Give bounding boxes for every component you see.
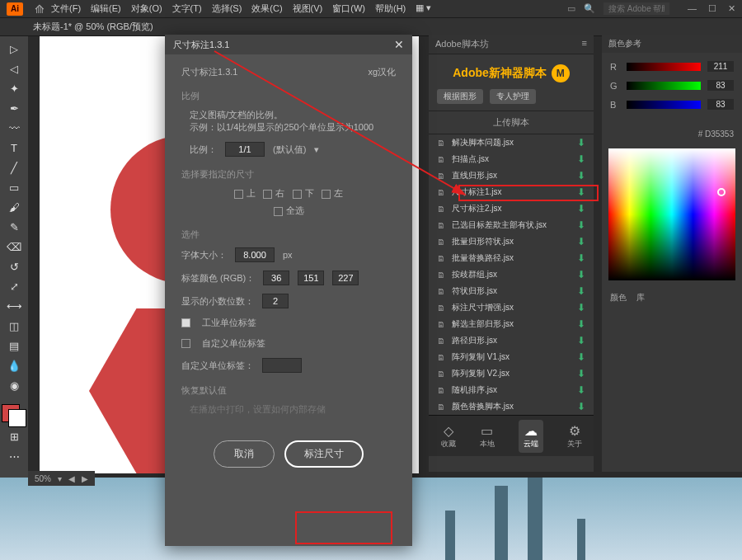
script-item[interactable]: 🗎符状归形.jsx⬇ bbox=[429, 283, 594, 299]
document-tab[interactable]: 未标题-1* @ 50% (RGB/预览) bbox=[33, 21, 153, 33]
panel-menu-icon[interactable]: ≡ bbox=[582, 38, 587, 48]
gradient-tool-icon[interactable]: ▤ bbox=[3, 336, 25, 355]
download-icon[interactable]: ⬇ bbox=[577, 137, 585, 148]
scripts-panel-header[interactable]: Adobe脚本坊 ≡ bbox=[429, 35, 594, 54]
menu-file[interactable]: 文件(F) bbox=[51, 2, 81, 15]
chk-industrial[interactable] bbox=[181, 318, 190, 327]
script-item[interactable]: 🗎直线归形.jsx⬇ bbox=[429, 167, 594, 184]
download-icon[interactable]: ⬇ bbox=[577, 384, 585, 396]
footer-btn-0[interactable]: ◇收藏 bbox=[441, 423, 456, 449]
artboard-nav-prev-icon[interactable]: ◀ bbox=[68, 474, 75, 483]
footer-btn-3[interactable]: ⚙关于 bbox=[567, 423, 582, 449]
download-icon[interactable]: ⬇ bbox=[577, 351, 585, 363]
footer-btn-1[interactable]: ▭本地 bbox=[480, 423, 495, 449]
script-item[interactable]: 🗎尺寸标注2.jsx⬇ bbox=[429, 200, 594, 217]
scale-tool-icon[interactable]: ⤢ bbox=[3, 277, 25, 295]
hex-value[interactable]: # D35353 bbox=[602, 126, 742, 142]
script-item[interactable]: 🗎按歧群组.jsx⬇ bbox=[429, 266, 594, 283]
edit-toolbar-icon[interactable]: ⋯ bbox=[3, 447, 25, 465]
pen-tool-icon[interactable]: ✒ bbox=[3, 99, 25, 117]
g-value[interactable]: 83 bbox=[707, 80, 734, 91]
script-item[interactable]: 🗎尺寸标注1.jsx⬇ bbox=[429, 184, 594, 200]
script-item[interactable]: 🗎已选目标差欺主部有状.jsx⬇ bbox=[429, 217, 594, 233]
script-item[interactable]: 🗎阵列复制 V2.jsx⬇ bbox=[429, 365, 594, 382]
download-icon[interactable]: ⬇ bbox=[577, 302, 585, 313]
close-icon[interactable]: ✕ bbox=[728, 3, 735, 14]
b-slider[interactable] bbox=[627, 101, 701, 109]
b-value[interactable]: 83 bbox=[707, 99, 734, 110]
decimals-input[interactable] bbox=[262, 294, 289, 308]
download-icon[interactable]: ⬇ bbox=[577, 252, 585, 264]
eyedropper-tool-icon[interactable]: 💧 bbox=[3, 356, 25, 374]
download-icon[interactable]: ⬇ bbox=[577, 203, 585, 214]
spectrum-cursor-icon[interactable] bbox=[717, 188, 726, 196]
width-tool-icon[interactable]: ⟷ bbox=[3, 297, 25, 315]
cancel-button[interactable]: 取消 bbox=[214, 440, 275, 468]
download-icon[interactable]: ⬇ bbox=[577, 335, 585, 346]
color-spectrum[interactable] bbox=[608, 148, 735, 280]
g-slider[interactable] bbox=[627, 82, 701, 90]
scripts-tab-2[interactable]: 专人护理 bbox=[490, 89, 536, 104]
chk-left[interactable] bbox=[322, 190, 331, 199]
line-tool-icon[interactable]: ╱ bbox=[3, 158, 25, 176]
script-item[interactable]: 🗎随机排序.jsx⬇ bbox=[429, 382, 594, 398]
type-tool-icon[interactable]: T bbox=[3, 139, 25, 157]
script-item[interactable]: 🗎标注尺寸增强.jsx⬇ bbox=[429, 299, 594, 316]
dialog-close-icon[interactable]: ✕ bbox=[394, 38, 404, 51]
download-icon[interactable]: ⬇ bbox=[577, 153, 585, 165]
menu-select[interactable]: 选择(S) bbox=[212, 2, 242, 15]
script-item[interactable]: 🗎阵列复制 V1.jsx⬇ bbox=[429, 349, 594, 365]
direct-select-tool-icon[interactable]: ◁ bbox=[3, 59, 25, 78]
zoom-dropdown-icon[interactable]: ▾ bbox=[58, 474, 62, 483]
download-icon[interactable]: ⬇ bbox=[577, 368, 585, 379]
ok-button[interactable]: 标注尺寸 bbox=[284, 440, 364, 468]
script-item[interactable]: 🗎解决脚本问题.jsx⬇ bbox=[429, 134, 594, 151]
swatch-tab-color[interactable]: 颜色 bbox=[610, 292, 627, 304]
rgb-b-input[interactable] bbox=[332, 271, 359, 285]
dialog-header[interactable]: 尺寸标注1.3.1 ✕ bbox=[165, 35, 412, 54]
rect-tool-icon[interactable]: ▭ bbox=[3, 178, 25, 196]
script-list[interactable]: 🗎解决脚本问题.jsx⬇🗎扫描点.jsx⬇🗎直线归形.jsx⬇🗎尺寸标注1.js… bbox=[429, 134, 594, 415]
chk-top[interactable] bbox=[234, 190, 243, 199]
r-value[interactable]: 211 bbox=[707, 61, 734, 72]
download-icon[interactable]: ⬇ bbox=[577, 269, 585, 280]
maximize-icon[interactable]: ☐ bbox=[708, 3, 716, 14]
download-icon[interactable]: ⬇ bbox=[577, 219, 585, 231]
color-panel-header[interactable]: 颜色参考 bbox=[602, 35, 742, 53]
script-item[interactable]: 🗎解选主部归形.jsx⬇ bbox=[429, 316, 594, 332]
script-item[interactable]: 🗎路径归形.jsx⬇ bbox=[429, 332, 594, 349]
menu-effect[interactable]: 效果(C) bbox=[251, 2, 282, 15]
download-icon[interactable]: ⬇ bbox=[577, 236, 585, 247]
chk-right[interactable] bbox=[263, 190, 272, 199]
r-slider[interactable] bbox=[627, 63, 701, 71]
rotate-tool-icon[interactable]: ↺ bbox=[3, 257, 25, 275]
swatch-tab-lib[interactable]: 库 bbox=[636, 292, 645, 304]
selection-tool-icon[interactable]: ▷ bbox=[3, 40, 25, 58]
download-icon[interactable]: ⬇ bbox=[577, 318, 585, 330]
free-transform-tool-icon[interactable]: ◫ bbox=[3, 317, 25, 335]
chk-all[interactable] bbox=[274, 207, 283, 216]
chk-custom-unit[interactable] bbox=[181, 339, 190, 348]
custom-unit-input[interactable] bbox=[262, 358, 302, 373]
menu-type[interactable]: 文字(T) bbox=[172, 2, 202, 15]
chk-bottom[interactable] bbox=[293, 190, 302, 199]
download-icon[interactable]: ⬇ bbox=[577, 186, 585, 198]
shaper-tool-icon[interactable]: ✎ bbox=[3, 218, 25, 236]
menu-edit[interactable]: 编辑(E) bbox=[91, 2, 121, 15]
menu-window[interactable]: 窗口(W) bbox=[332, 2, 365, 15]
scale-dropdown-icon[interactable]: ▾ bbox=[314, 144, 319, 155]
menu-help[interactable]: 帮助(H) bbox=[375, 2, 406, 15]
rgb-r-input[interactable] bbox=[263, 271, 289, 285]
download-icon[interactable]: ⬇ bbox=[577, 285, 585, 297]
home-icon[interactable]: ⟰ bbox=[35, 2, 45, 16]
download-icon[interactable]: ⬇ bbox=[577, 170, 585, 181]
script-item[interactable]: 🗎颜色替换脚本.jsx⬇ bbox=[429, 398, 594, 415]
layout-icon[interactable]: ▭ bbox=[567, 3, 575, 14]
rgb-g-input[interactable] bbox=[298, 271, 324, 285]
minimize-icon[interactable]: — bbox=[688, 3, 697, 14]
font-size-input[interactable] bbox=[235, 247, 275, 262]
scripts-tab-1[interactable]: 根据图形 bbox=[437, 89, 483, 104]
download-icon[interactable]: ⬇ bbox=[577, 401, 585, 412]
curvature-tool-icon[interactable]: 〰 bbox=[3, 119, 25, 137]
artboard-nav-next-icon[interactable]: ▶ bbox=[82, 474, 88, 483]
